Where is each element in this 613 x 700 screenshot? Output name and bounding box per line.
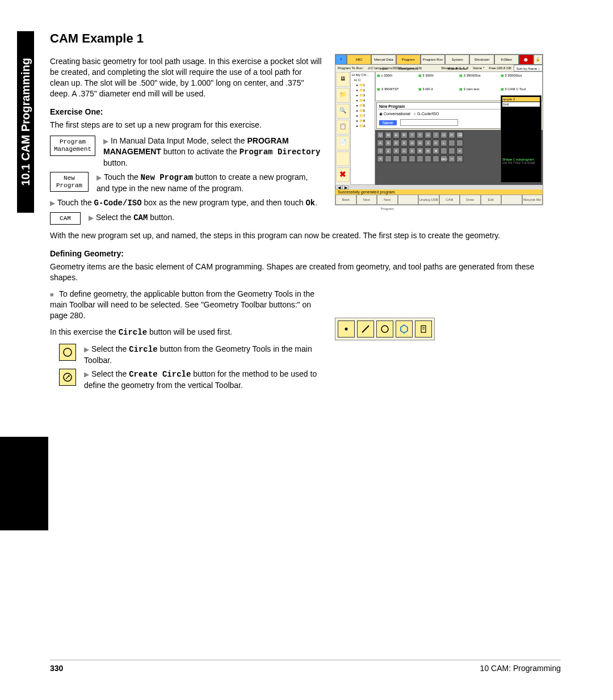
new-program-button[interactable]: New Program (50, 172, 89, 192)
ss-key[interactable]: P (448, 132, 455, 138)
ss-key[interactable] (448, 147, 455, 154)
ss-key[interactable]: T (409, 132, 415, 138)
ss-key[interactable]: B (417, 147, 423, 154)
ss-program-run-tab[interactable]: Program Run (421, 54, 445, 65)
ss-key[interactable]: ⌫ (456, 132, 463, 138)
ss-stop-button[interactable]: ⬤ (519, 54, 534, 65)
ss-program-management-tab[interactable]: Program Management (396, 54, 421, 65)
ss-icon-button[interactable]: 📁 (336, 88, 350, 103)
ss-key[interactable]: Q (377, 132, 384, 138)
geom-line-button[interactable] (357, 321, 374, 338)
ss-key[interactable]: N (425, 147, 431, 154)
ss-shutdown-tab[interactable]: Shutdown (469, 54, 494, 65)
ss-key[interactable] (385, 155, 392, 162)
ss-bottom-button[interactable]: Back (335, 195, 356, 205)
ss-key[interactable]: W (385, 132, 392, 138)
ss-bottom-button[interactable]: New Program (377, 195, 398, 205)
create-circle-button[interactable] (59, 369, 76, 386)
ss-tree-item[interactable]: ▸ 📁8 (351, 118, 375, 123)
ss-key[interactable]: Z (385, 147, 392, 154)
ss-tree-item[interactable]: ▸ 📁7 (351, 113, 375, 118)
ss-key[interactable] (409, 155, 415, 162)
ss-key[interactable]: G (409, 140, 415, 146)
ss-key[interactable]: D (393, 140, 400, 146)
ss-file-item[interactable]: 3 cam test (459, 87, 500, 100)
ss-key[interactable] (448, 140, 455, 146)
geom-polygon-button[interactable] (396, 321, 413, 338)
ss-bottom-button[interactable]: Next (356, 195, 377, 205)
ss-radio-conversational[interactable]: ◉Conversational (379, 112, 410, 116)
ss-key[interactable]: ⇨ (456, 155, 463, 162)
ss-sys-maint-tab[interactable]: System Maintenance (445, 54, 469, 65)
ss-key[interactable]: J (425, 140, 431, 146)
ss-key[interactable]: H (417, 140, 423, 146)
ss-icon-button[interactable]: 📋 (336, 120, 350, 134)
ss-key[interactable]: E (393, 132, 400, 138)
ss-tree-item[interactable]: ▸ 📁5 (351, 103, 375, 108)
ss-radio-gcode[interactable]: ○G-Code/ISO (414, 112, 439, 116)
ss-key[interactable]: X (393, 147, 400, 154)
ss-tree-item[interactable]: ▸ 📁2 (351, 87, 375, 92)
ss-icon-button[interactable] (336, 151, 350, 166)
ss-folder-tree[interactable]: ⊟ My CN… ⊟ C: ▸ 📁1▸ 📁2▸ 📁3▸ 📁4▸ 📁5▸ 📁6▸ … (350, 71, 375, 185)
ss-key[interactable] (456, 140, 463, 146)
ss-bottom-button[interactable]: Recycle Bin (522, 195, 543, 205)
ss-key[interactable] (425, 155, 431, 162)
ss-key[interactable]: K (433, 140, 439, 146)
ss-key[interactable]: L (440, 140, 447, 146)
ss-file-item[interactable]: 3 3500iTST (377, 87, 418, 100)
ss-key[interactable]: R (401, 132, 408, 138)
ss-file-item[interactable]: 3 3500iSlot (459, 73, 500, 86)
ss-file-item[interactable]: 3 AR-3 (418, 87, 459, 100)
ss-mdi-tab[interactable]: Manual Data Input (371, 54, 396, 65)
ss-help-button[interactable]: ? (335, 54, 347, 65)
ss-bottom-button[interactable]: Unplug USB (418, 195, 439, 205)
ss-tree-item[interactable]: ▸ 📁A (351, 123, 375, 128)
ss-icon-button[interactable]: 🖥 (336, 72, 350, 87)
ss-key[interactable]: F (401, 140, 408, 146)
ss-key[interactable]: S (385, 140, 392, 146)
ss-tree-item[interactable]: ▸ 📁3 (351, 92, 375, 98)
ss-key[interactable] (417, 155, 423, 162)
ss-key[interactable] (401, 155, 408, 162)
ss-key[interactable]: ✕ (377, 155, 384, 162)
ss-key[interactable]: M (433, 147, 439, 154)
ss-name-input[interactable] (400, 119, 458, 126)
geom-text-button[interactable] (415, 321, 432, 338)
geom-point-button[interactable] (338, 321, 355, 338)
ss-tree-item[interactable]: ▸ 📁6 (351, 108, 375, 113)
program-management-button[interactable]: Program Management (50, 136, 95, 155)
ss-file-item[interactable]: 3 3500i (418, 73, 459, 86)
ss-bottom-button[interactable]: Edit (481, 195, 502, 205)
ss-key[interactable]: V (409, 147, 415, 154)
ss-key[interactable]: ⇧ (377, 147, 384, 154)
ss-abc-button[interactable]: ABC (347, 54, 371, 65)
ss-delete-button[interactable]: ✖ (336, 167, 350, 182)
ss-file-item[interactable]: 3 3500iSlot (501, 73, 541, 86)
cam-button[interactable]: CAM (50, 212, 81, 225)
ss-scrollbar[interactable]: ◀▶ (335, 185, 543, 189)
ss-key[interactable]: O (440, 132, 447, 138)
ss-tree-item[interactable]: ▸ 📁1 (351, 82, 375, 87)
ss-key[interactable] (433, 155, 439, 162)
ss-key[interactable]: ↵ (456, 147, 463, 154)
create-circle-icon (62, 372, 73, 382)
ss-key[interactable]: Y (417, 132, 423, 138)
ss-key[interactable]: (en) (440, 155, 447, 162)
ss-key[interactable] (440, 147, 447, 154)
ss-key[interactable]: ⇦ (448, 155, 455, 162)
ss-bottom-button[interactable]: Draw (460, 195, 481, 205)
ss-key[interactable]: U (425, 132, 431, 138)
ss-file-item[interactable]: c 3500i (377, 73, 418, 86)
ss-icon-button[interactable]: 📄 (336, 136, 350, 150)
ss-key[interactable]: A (377, 140, 384, 146)
circle-tool-button[interactable] (59, 344, 76, 361)
ss-bottom-button[interactable]: CAM (439, 195, 460, 205)
ss-key[interactable]: I (433, 132, 439, 138)
ss-key[interactable] (393, 155, 400, 162)
ss-icon-button[interactable]: 🔍 (336, 104, 350, 119)
geom-circle-button[interactable] (376, 321, 393, 338)
ss-sort-by[interactable]: Sort by Name ↕ (514, 65, 543, 71)
ss-tree-item[interactable]: ▸ 📁4 (351, 98, 375, 103)
ss-key[interactable]: C (401, 147, 408, 154)
